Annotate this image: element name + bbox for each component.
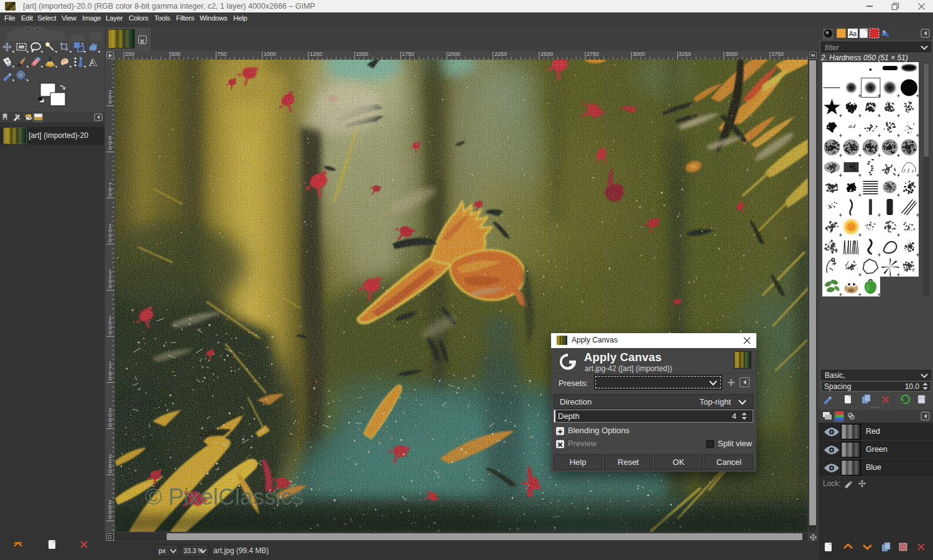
svg-text:1: 1 xyxy=(108,223,111,229)
svg-text:1500: 1500 xyxy=(356,51,368,57)
svg-text:2500: 2500 xyxy=(541,51,553,57)
svg-text:250: 250 xyxy=(125,51,134,57)
svg-text:2: 2 xyxy=(108,499,111,505)
svg-text:2: 2 xyxy=(108,89,111,95)
svg-text:2750: 2750 xyxy=(587,51,599,57)
svg-text:2250: 2250 xyxy=(494,51,507,57)
svg-text:500: 500 xyxy=(171,51,180,57)
svg-text:7: 7 xyxy=(108,181,111,188)
svg-text:3250: 3250 xyxy=(679,51,691,57)
svg-text:3500: 3500 xyxy=(725,51,738,57)
svg-text:1000: 1000 xyxy=(264,51,276,57)
svg-text:A: A xyxy=(89,57,97,68)
svg-text:750: 750 xyxy=(217,51,226,57)
svg-text:3000: 3000 xyxy=(633,51,645,57)
svg-text:2: 2 xyxy=(108,453,111,459)
svg-text:1: 1 xyxy=(108,360,111,367)
svg-text:5: 5 xyxy=(108,135,111,141)
svg-text:1: 1 xyxy=(108,314,111,321)
svg-text:Aa: Aa xyxy=(849,30,857,37)
svg-text:3750: 3750 xyxy=(771,51,784,57)
svg-text:1750: 1750 xyxy=(402,51,414,57)
svg-text:1: 1 xyxy=(108,269,111,275)
svg-text:1250: 1250 xyxy=(310,51,322,57)
svg-text:2000: 2000 xyxy=(448,51,460,57)
svg-text:2: 2 xyxy=(108,407,111,413)
